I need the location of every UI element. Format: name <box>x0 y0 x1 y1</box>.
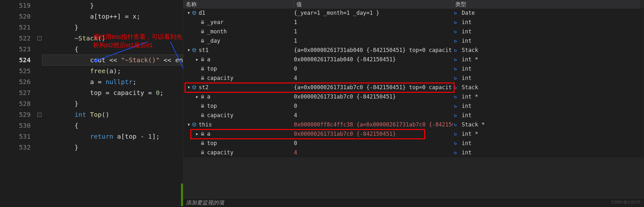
expand-icon[interactable]: ▶ <box>195 132 199 136</box>
line-number: 532 <box>0 142 31 153</box>
watch-row[interactable]: _month1↻int <box>183 27 644 36</box>
watch-row[interactable]: top0↻int <box>183 64 644 73</box>
watch-row[interactable]: _day1↻int <box>183 36 644 46</box>
watch-name-cell[interactable]: top <box>183 139 294 148</box>
watch-row[interactable]: top0↻int <box>183 101 644 111</box>
watch-value-cell[interactable]: {a=0x00000261731ab7c0 {-842150451} top=0… <box>294 83 453 92</box>
code-editor[interactable]: 5195205215225235245255265275285295305315… <box>0 0 183 207</box>
watch-value-cell[interactable]: 0 <box>294 64 453 73</box>
watch-name-cell[interactable]: ▼d1 <box>183 8 294 17</box>
watch-value-cell[interactable]: 0 <box>294 101 453 110</box>
watch-row[interactable]: top0↻int <box>183 139 644 148</box>
collapse-icon[interactable]: ▼ <box>186 11 191 15</box>
watch-row[interactable]: ▶a0x00000261731ab040 {-842150451}↻int * <box>183 55 644 64</box>
code-line[interactable]: { <box>43 120 183 131</box>
expand-icon[interactable]: ▶ <box>195 95 199 99</box>
column-value-header[interactable]: 值 <box>294 0 453 8</box>
watch-value-cell[interactable]: 4 <box>294 148 453 157</box>
code-line[interactable]: free(a); <box>43 65 183 76</box>
watch-name-cell[interactable]: ▶a <box>183 92 294 101</box>
watch-name-cell[interactable]: _year <box>183 18 294 27</box>
refresh-icon[interactable]: ↻ <box>454 112 457 118</box>
column-type-header[interactable]: 类型 <box>453 0 639 8</box>
refresh-icon[interactable]: ↻ <box>454 150 457 155</box>
watch-row[interactable]: capacity4↻int <box>183 148 644 157</box>
code-line[interactable]: a[top++] = x; <box>43 11 183 22</box>
code-line[interactable]: return a[top - 1]; <box>43 131 183 142</box>
watch-name-cell[interactable]: capacity <box>183 73 294 82</box>
code-line[interactable]: } <box>43 142 183 153</box>
watch-name-cell[interactable]: top <box>183 101 294 110</box>
watch-row[interactable]: ▶a0x00000261731ab7c0 {-842150451}↻int * <box>183 92 644 101</box>
watch-value-cell[interactable]: 0x00000261731ab040 {-842150451} <box>294 55 453 64</box>
refresh-icon[interactable]: ↻ <box>454 140 457 146</box>
refresh-icon[interactable]: ↻ <box>454 84 457 90</box>
collapse-icon[interactable]: ▼ <box>186 123 191 127</box>
refresh-icon[interactable]: ↻ <box>454 131 457 137</box>
watch-value-cell[interactable]: {a=0x00000261731ab040 {-842150451} top=0… <box>294 46 453 55</box>
code-line[interactable]: int Top() <box>43 109 183 120</box>
watch-value-cell[interactable]: 4 <box>294 111 453 120</box>
fold-toggle[interactable] <box>36 109 42 120</box>
collapse-icon[interactable]: ▼ <box>186 48 191 52</box>
add-watch-prompt[interactable]: 添加要监视的项 <box>183 198 644 207</box>
code-line[interactable]: top = capacity = 0; <box>43 87 183 98</box>
code-line[interactable]: } <box>43 22 183 33</box>
watch-value-cell[interactable]: 0x00000261731ab7c0 {-842150451} <box>294 129 453 138</box>
watch-name-cell[interactable]: ▼st1 <box>183 46 294 55</box>
watch-row[interactable]: ▶a0x00000261731ab7c0 {-842150451}↻int * <box>183 129 644 139</box>
watch-name-cell[interactable]: top <box>183 64 294 73</box>
refresh-icon[interactable]: ↻ <box>454 94 457 99</box>
watch-panel[interactable]: 名称 值 类型 ▼d1{_year=1 _month=1 _day=1 }↻Da… <box>183 0 644 207</box>
watch-name-cell[interactable]: ▶a <box>183 129 294 138</box>
watch-name-cell[interactable]: ▼this <box>183 120 294 129</box>
watch-row[interactable]: ▼st2{a=0x00000261731ab7c0 {-842150451} t… <box>183 83 644 92</box>
watch-name-cell[interactable]: capacity <box>183 148 294 157</box>
watch-value-cell[interactable]: 0x00000261731ab7c0 {-842150451} <box>294 92 453 101</box>
watch-row[interactable]: ▼this0x000000ff8c4ffc38 {a=0x00000261731… <box>183 120 644 129</box>
watch-row[interactable]: capacity4↻int <box>183 111 644 120</box>
watch-name-cell[interactable]: ▼st2 <box>183 83 294 92</box>
watch-row[interactable]: ▼d1{_year=1 _month=1 _day=1 }↻Date <box>183 8 644 18</box>
code-area[interactable]: } a[top++] = x; } ~Stack() { cout << "~S… <box>42 0 183 207</box>
expand-icon[interactable]: ▶ <box>195 57 199 62</box>
watch-value-cell[interactable]: 1 <box>294 27 453 36</box>
collapse-icon[interactable]: ▼ <box>186 85 191 90</box>
watch-value-cell[interactable]: 1 <box>294 18 453 27</box>
line-number: 527 <box>0 87 31 98</box>
watch-var-name: capacity <box>207 75 233 81</box>
watch-name-cell[interactable]: capacity <box>183 111 294 120</box>
refresh-icon[interactable]: ↻ <box>454 29 457 34</box>
lock-icon <box>200 38 205 43</box>
code-line[interactable]: } <box>43 0 183 11</box>
watch-row[interactable]: capacity4↻int <box>183 73 644 83</box>
code-line[interactable]: cout << "~Stack()" << en <box>43 55 183 65</box>
watch-row[interactable]: ▼st1{a=0x00000261731ab040 {-842150451} t… <box>183 46 644 55</box>
refresh-icon[interactable]: ↻ <box>454 122 457 127</box>
watch-name-cell[interactable]: _month <box>183 27 294 36</box>
refresh-icon[interactable]: ↻ <box>454 75 457 81</box>
watch-row[interactable]: _year1↻int <box>183 18 644 27</box>
watch-type-cell: ↻int <box>453 73 644 82</box>
watch-name-cell[interactable]: ▶a <box>183 55 294 64</box>
refresh-icon[interactable]: ↻ <box>454 66 457 72</box>
refresh-icon[interactable]: ↻ <box>454 19 457 25</box>
code-line[interactable]: } <box>43 98 183 109</box>
fold-column[interactable] <box>36 0 42 207</box>
watch-value-cell[interactable]: 0 <box>294 139 453 148</box>
refresh-icon[interactable]: ↻ <box>454 56 457 62</box>
watch-value-cell[interactable]: 4 <box>294 73 453 82</box>
line-number: 530 <box>0 120 31 131</box>
watch-value-cell[interactable]: {_year=1 _month=1 _day=1 } <box>294 8 453 17</box>
fold-toggle[interactable] <box>36 33 42 44</box>
refresh-icon[interactable]: ↻ <box>454 38 457 44</box>
refresh-icon[interactable]: ↻ <box>454 10 457 16</box>
column-name-header[interactable]: 名称 <box>183 0 294 8</box>
watch-value-cell[interactable]: 1 <box>294 36 453 45</box>
watch-name-cell[interactable]: _day <box>183 36 294 45</box>
refresh-icon[interactable]: ↻ <box>454 47 457 53</box>
refresh-icon[interactable]: ↻ <box>454 103 457 109</box>
watch-value-cell[interactable]: 0x000000ff8c4ffc38 {a=0x00000261731ab7c0… <box>294 120 453 129</box>
watch-rows[interactable]: ▼d1{_year=1 _month=1 _day=1 }↻Date_year1… <box>183 8 644 157</box>
code-line[interactable]: a = nullptr; <box>43 76 183 87</box>
